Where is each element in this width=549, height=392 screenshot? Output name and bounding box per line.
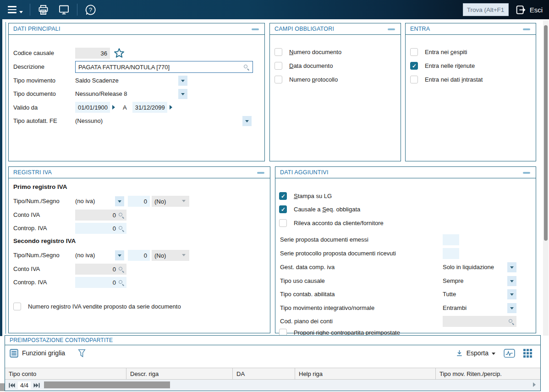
top-toolbar: ? Esci — [0, 0, 549, 19]
cod-piano-lookup-icon[interactable] — [508, 319, 514, 325]
exit-icon — [515, 4, 527, 16]
registro-vendite-label[interactable]: Numero registro IVA vendite proposto da … — [28, 303, 181, 310]
entra-cespiti-checkbox[interactable] — [410, 48, 418, 56]
minimize-button[interactable] — [523, 172, 530, 174]
stampa-lg-checkbox[interactable] — [279, 192, 287, 200]
entra-intrastat-checkbox[interactable] — [410, 76, 418, 83]
main-menu-button[interactable] — [4, 2, 27, 17]
entra-ritenute-checkbox[interactable] — [410, 62, 418, 70]
registro-vendite-checkbox[interactable] — [13, 303, 21, 310]
controp-iva-field[interactable]: 0 — [75, 277, 126, 288]
tipo-contab-value[interactable]: Tutte — [443, 291, 456, 298]
tipo-documento-dropdown-button[interactable] — [178, 89, 187, 99]
tipo-autofatt-value[interactable]: (Nessuno) — [75, 117, 103, 124]
causale-seq-checkbox[interactable] — [279, 205, 287, 213]
conto-iva-lookup-icon[interactable] — [118, 212, 124, 218]
entra-ritenute-label[interactable]: Entra nelle ritenute — [425, 62, 475, 69]
entra-intrastat-row: Entra nei dati intrastat — [410, 76, 483, 83]
panel-contropartite: PREIMPOSTAZIONE CONTROPARTITE Funzioni g… — [5, 335, 541, 391]
vertical-scrollbar-thumb[interactable] — [544, 25, 548, 241]
exit-button[interactable]: Esci — [515, 4, 545, 16]
chart-button[interactable] — [504, 348, 515, 358]
controp-iva-label: Controp. IVA — [13, 279, 47, 286]
column-header-tipo-conto[interactable]: Tipo conto — [5, 368, 126, 379]
causale-seq-row: Causale a Seq. obbligata — [279, 205, 360, 213]
num-registro-field[interactable]: 0 — [128, 196, 150, 207]
numero-protocollo-label[interactable]: Numero protocollo — [289, 76, 338, 83]
serie-emessi-field[interactable] — [443, 234, 459, 245]
data-documento-checkbox[interactable] — [274, 62, 282, 70]
rileva-acconto-label[interactable]: Rileva acconto da cliente/fornitore — [294, 220, 384, 226]
tipo-mov-integrativo-value[interactable]: Entrambi — [443, 304, 467, 311]
valido-da-from-calendar-button[interactable] — [110, 102, 117, 113]
serie-ricevuti-field[interactable] — [443, 248, 459, 259]
vertical-scrollbar[interactable] — [543, 20, 549, 336]
tipo-autofatt-dropdown-button[interactable] — [242, 116, 252, 126]
codice-causale-field[interactable]: 36 — [75, 48, 110, 59]
tipo-contab-dropdown-button[interactable] — [507, 289, 516, 299]
print-button[interactable] — [33, 2, 54, 17]
controp-iva-field[interactable]: 0 — [75, 223, 126, 234]
minimize-button[interactable] — [257, 172, 264, 174]
tipo-documento-value[interactable]: Nessuno/Release 8 — [75, 90, 127, 97]
entra-intrastat-label[interactable]: Entra nei dati intrastat — [425, 76, 483, 83]
tipo-movimento-dropdown-button[interactable] — [178, 76, 187, 86]
controp-iva-lookup-icon[interactable] — [118, 226, 124, 232]
minimize-button[interactable] — [252, 28, 259, 30]
gest-data-comp-value[interactable]: Solo in liquidazione — [443, 264, 494, 271]
causale-seq-label[interactable]: Causale a Seq. obbligata — [294, 206, 360, 213]
descrizione-input[interactable] — [75, 61, 253, 73]
rileva-acconto-checkbox[interactable] — [279, 219, 287, 227]
column-header-descr-riga[interactable]: Descr. riga — [126, 368, 233, 379]
valido-da-from-field[interactable]: 01/01/1900 — [75, 102, 110, 113]
funzioni-griglia-button[interactable]: Funzioni griglia — [10, 349, 65, 358]
column-header-help-riga[interactable]: Help riga — [295, 368, 436, 379]
svg-text:?: ? — [89, 6, 92, 13]
num-registro-field[interactable]: 0 — [128, 250, 150, 261]
entra-cespiti-label[interactable]: Entra nei cespiti — [425, 49, 467, 55]
scroll-right-button[interactable] — [533, 382, 536, 387]
tipo-iva-value[interactable]: (no iva) — [75, 198, 95, 204]
valido-da-to-field[interactable]: 31/12/2099 — [132, 102, 167, 113]
rileva-acconto-row: Rileva acconto da cliente/fornitore — [279, 219, 384, 227]
numero-documento-label[interactable]: Numero documento — [289, 49, 341, 55]
tipo-uso-causale-label: Tipo uso causale — [280, 277, 325, 284]
conto-iva-lookup-icon[interactable] — [118, 266, 124, 272]
tipo-uso-causale-value[interactable]: Sempre — [443, 277, 464, 284]
grid-toolbar: Funzioni griglia Esporta — [5, 346, 540, 360]
cod-piano-field[interactable] — [443, 316, 516, 327]
filter-button[interactable] — [78, 349, 86, 358]
esporta-button[interactable]: Esporta — [456, 349, 495, 357]
stampa-lg-label[interactable]: Stampa su LG — [294, 193, 332, 199]
tipo-uso-causale-dropdown-button[interactable] — [507, 276, 516, 286]
tipo-iva-dropdown-button[interactable] — [115, 250, 124, 260]
minimize-button[interactable] — [388, 28, 395, 30]
last-record-button[interactable] — [33, 383, 40, 388]
tipo-movimento-value[interactable]: Saldo Scadenze — [75, 77, 119, 84]
card-view-icon[interactable] — [523, 349, 532, 358]
numero-protocollo-checkbox[interactable] — [274, 76, 282, 83]
controp-iva-lookup-icon[interactable] — [118, 280, 124, 286]
favorite-star-icon[interactable] — [113, 47, 125, 59]
toolbar-separator — [30, 4, 30, 16]
conto-iva-field[interactable]: 0 — [75, 210, 126, 221]
data-documento-row: Data documento — [274, 62, 333, 70]
descrizione-lookup-icon[interactable] — [243, 64, 249, 70]
help-button[interactable]: ? — [80, 2, 101, 17]
conto-iva-field[interactable]: 0 — [75, 264, 126, 275]
entra-cespiti-row: Entra nei cespiti — [410, 48, 467, 56]
tipo-iva-dropdown-button[interactable] — [115, 196, 124, 206]
numero-documento-checkbox[interactable] — [274, 48, 282, 56]
find-input[interactable] — [463, 3, 509, 16]
tipo-iva-value[interactable]: (no iva) — [75, 252, 95, 259]
monitor-button[interactable] — [54, 2, 74, 17]
horizontal-scrollbar-thumb[interactable] — [44, 381, 170, 388]
column-header-da[interactable]: DA — [233, 368, 295, 379]
column-header-tipo-mov[interactable]: Tipo mov. Riten./percip. — [436, 368, 540, 379]
gest-data-comp-dropdown-button[interactable] — [507, 262, 516, 272]
data-documento-label[interactable]: Data documento — [289, 62, 333, 69]
valido-da-to-calendar-button[interactable] — [167, 102, 175, 113]
minimize-button[interactable] — [523, 28, 530, 30]
first-record-button[interactable] — [9, 383, 15, 388]
tipo-mov-integrativo-dropdown-button[interactable] — [507, 303, 516, 313]
